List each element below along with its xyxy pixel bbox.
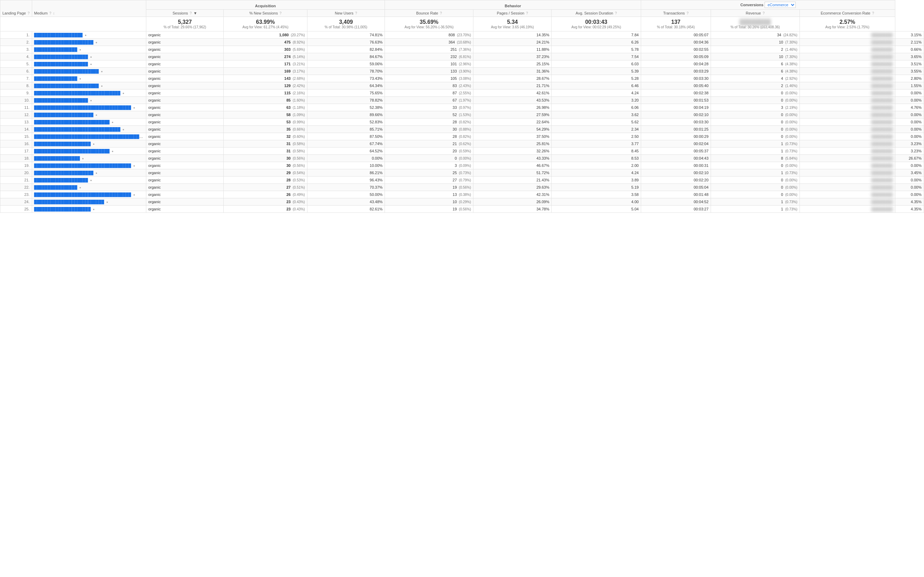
- revenue-cell: ████████: [800, 60, 895, 68]
- avg-session-duration-help-icon[interactable]: ?: [615, 11, 617, 15]
- landing-page-cell[interactable]: ██████████████████████ ●: [32, 169, 146, 177]
- landing-page-cell[interactable]: ████████████████████ ●: [32, 177, 146, 184]
- table-row: 2. ██████████████████████ ● organic 475 …: [0, 39, 924, 46]
- landing-page-link[interactable]: ████████████████████████████: [34, 120, 110, 124]
- ecommerce-conversion-rate-help-icon[interactable]: ?: [872, 11, 874, 15]
- landing-page-link[interactable]: ████████████████████████████: [34, 149, 110, 153]
- landing-page-link[interactable]: ████████████████████████████████████: [34, 105, 131, 110]
- landing-page-link[interactable]: ████████████████████████████████████████: [34, 134, 143, 139]
- landing-page-cell[interactable]: ████████████████ ●: [32, 75, 146, 82]
- landing-page-link[interactable]: ████████████████████████████████: [34, 127, 120, 131]
- ecommerce-conversion-rate-cell: 0.00%: [895, 97, 924, 104]
- new-users-help-icon[interactable]: ?: [355, 11, 357, 15]
- landing-page-cell[interactable]: ██████████████████████████ ●: [32, 198, 146, 206]
- landing-page-help-icon[interactable]: ?: [27, 11, 30, 15]
- medium-cell: organic: [146, 97, 224, 104]
- transactions-cell: 0 (0.00%): [711, 162, 800, 169]
- landing-page-cell[interactable]: ████████████████████ ●: [32, 53, 146, 60]
- landing-page-link[interactable]: ████████████████████████████████████: [34, 163, 131, 168]
- medium-cell: organic: [146, 68, 224, 75]
- revenue-cell: ████████: [800, 119, 895, 126]
- conversions-dropdown[interactable]: eCommerce: [764, 2, 796, 8]
- bounce-rate-cell: 34.78%: [473, 206, 552, 213]
- bounce-rate-cell: 43.33%: [473, 155, 552, 162]
- landing-page-cell[interactable]: ████████████████████████████████████ ●: [32, 191, 146, 198]
- ecommerce-conversion-rate-cell: 3.23%: [895, 148, 924, 155]
- landing-page-link[interactable]: ██████████████████████: [34, 113, 94, 117]
- landing-page-link[interactable]: ████████████████████: [34, 178, 88, 182]
- pages-session-cell: 4.24: [552, 169, 641, 177]
- landing-page-link[interactable]: ██████████████████████: [34, 171, 94, 175]
- landing-page-link[interactable]: ████████████████████████: [34, 84, 99, 88]
- landing-page-cell[interactable]: █████████████████████ ●: [32, 140, 146, 148]
- pct-new-sessions-col-header: % New Sessions ?: [224, 10, 307, 17]
- landing-page-cell[interactable]: ████████████████████ ●: [32, 97, 146, 104]
- row-number: 7.: [0, 75, 32, 82]
- landing-page-cell[interactable]: ██████████████████ ●: [32, 31, 146, 39]
- landing-page-cell[interactable]: ████████████████████████████████ ●: [32, 89, 146, 97]
- landing-page-link[interactable]: ████████████████████: [34, 55, 88, 59]
- landing-page-cell[interactable]: ████████████████ ●: [32, 46, 146, 53]
- transactions-cell: 0 (0.00%): [711, 97, 800, 104]
- bounce-rate-help-icon[interactable]: ?: [440, 11, 442, 15]
- landing-page-link[interactable]: ████████████████████: [34, 62, 88, 66]
- landing-page-link[interactable]: ████████████████████████████████: [34, 91, 120, 95]
- row-number: 16.: [0, 140, 32, 148]
- ecommerce-conversion-rate-cell: 3.15%: [895, 31, 924, 39]
- landing-page-link[interactable]: █████████████████: [34, 156, 80, 160]
- landing-page-link[interactable]: ████████████████: [34, 185, 78, 189]
- pct-new-sessions-help-icon[interactable]: ?: [280, 11, 282, 15]
- landing-page-cell[interactable]: ████████████████████████ ●: [32, 68, 146, 75]
- landing-page-cell[interactable]: ████████████████████ ●: [32, 60, 146, 68]
- landing-page-cell[interactable]: ██████████████████████ ●: [32, 111, 146, 119]
- revenue-help-icon[interactable]: ?: [763, 11, 765, 15]
- landing-page-cell[interactable]: █████████████████████ ●: [32, 206, 146, 213]
- landing-page-cell[interactable]: ████████████████████████ ●: [32, 82, 146, 89]
- pages-session-cell: 4.24: [552, 89, 641, 97]
- landing-page-link[interactable]: █████████████████████: [34, 142, 91, 146]
- transactions-help-icon[interactable]: ?: [687, 11, 688, 15]
- transactions-cell: 1 (0.73%): [711, 148, 800, 155]
- medium-cell: organic: [146, 169, 224, 177]
- landing-page-cell[interactable]: ████████████████████████████████████████…: [32, 133, 146, 140]
- medium-cell: organic: [146, 184, 224, 191]
- landing-page-link[interactable]: ██████████████████████: [34, 40, 94, 44]
- bounce-rate-cell: 37.50%: [473, 133, 552, 140]
- row-number: 1.: [0, 31, 32, 39]
- revenue-cell: ████████: [800, 155, 895, 162]
- revenue-cell: ████████: [800, 68, 895, 75]
- landing-page-cell[interactable]: ████████████████████████████████████ ●: [32, 162, 146, 169]
- landing-page-cell[interactable]: ████████████████ ●: [32, 184, 146, 191]
- landing-page-link[interactable]: ████████████████: [34, 76, 78, 81]
- landing-page-link[interactable]: █████████████████████: [34, 207, 91, 211]
- landing-page-link[interactable]: ██████████████████: [34, 33, 82, 37]
- medium-sort-icon[interactable]: ↕: [53, 11, 55, 15]
- sessions-help-icon[interactable]: ?: [190, 11, 192, 15]
- landing-page-cell[interactable]: ████████████████████████████ ●: [32, 148, 146, 155]
- new-users-cell: 101 (2.96%): [385, 60, 473, 68]
- medium-help-icon[interactable]: ?: [50, 11, 52, 15]
- sessions-sort-icon[interactable]: ▼: [193, 11, 197, 15]
- landing-page-link[interactable]: ████████████████████: [34, 98, 88, 102]
- pages-session-cell: 5.62: [552, 119, 641, 126]
- landing-page-link[interactable]: ██████████████████████████: [34, 200, 105, 204]
- landing-page-link[interactable]: ████████████████████████████████████: [34, 192, 131, 197]
- new-users-cell: 67 (1.97%): [385, 97, 473, 104]
- revenue-cell: ████████: [800, 111, 895, 119]
- landing-page-cell[interactable]: ████████████████████████████████████ ●: [32, 104, 146, 111]
- landing-page-cell[interactable]: █████████████████ ●: [32, 155, 146, 162]
- avg-session-duration-cell: 00:03:30: [641, 75, 711, 82]
- transactions-cell: 0 (0.00%): [711, 177, 800, 184]
- new-users-cell: 364 (10.68%): [385, 39, 473, 46]
- pages-session-help-icon[interactable]: ?: [526, 11, 528, 15]
- new-users-cell: 19 (0.56%): [385, 206, 473, 213]
- landing-page-link[interactable]: ████████████████████████: [34, 69, 99, 73]
- ecommerce-conversion-rate-cell: 0.00%: [895, 191, 924, 198]
- landing-page-cell[interactable]: ████████████████████████████████ ●: [32, 126, 146, 133]
- landing-page-link[interactable]: ████████████████: [34, 47, 78, 52]
- transactions-cell: 0 (0.00%): [711, 133, 800, 140]
- table-row: 4. ████████████████████ ● organic 274 (5…: [0, 53, 924, 60]
- landing-page-cell[interactable]: ██████████████████████ ●: [32, 39, 146, 46]
- avg-session-duration-cell: 00:03:27: [641, 206, 711, 213]
- landing-page-cell[interactable]: ████████████████████████████ ●: [32, 119, 146, 126]
